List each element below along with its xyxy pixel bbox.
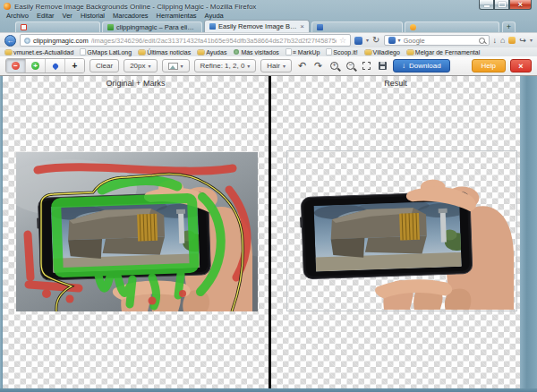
tab-bar: clippingmagic – Para eliminar el fond...… (0, 20, 537, 32)
fit-view-icon (362, 62, 371, 70)
eraser-drop-icon (51, 62, 58, 69)
bookmark-item[interactable]: vmunet.es-Actualidad (5, 49, 73, 55)
menu-historial[interactable]: Historial (81, 12, 105, 20)
menu-marcadores[interactable]: Marcadores (113, 12, 149, 20)
search-engine-icon[interactable] (388, 37, 396, 44)
search-input[interactable] (404, 37, 476, 45)
menu-ayuda[interactable]: Ayuda (205, 12, 224, 20)
search-icon[interactable] (479, 38, 485, 44)
tab-blue-site[interactable] (311, 21, 403, 32)
window-title: Easily Remove Image Backgrounds Online -… (14, 3, 256, 11)
redo-button[interactable]: ↷ (312, 59, 324, 72)
tab-close-icon[interactable]: × (300, 23, 304, 30)
share-icon[interactable]: ↪ (519, 36, 526, 45)
folder-icon (365, 50, 371, 55)
menu-bar: Archivo Editar Ver Historial Marcadores … (0, 12, 537, 20)
bookmark-item[interactable]: Villadiego (365, 49, 400, 55)
minimize-icon (484, 5, 490, 7)
tab-title: Easily Remove Image Backgrounds O... (218, 22, 297, 30)
menu-ver[interactable]: Ver (63, 12, 72, 20)
tab-orange-site[interactable] (405, 21, 499, 32)
zoom-out-button[interactable]: − (345, 59, 356, 72)
tab-clippingmagic-home[interactable]: clippingmagic – Para eliminar el fond... (102, 21, 202, 32)
url-domain: clippingmagic.com (33, 37, 89, 45)
clippingmagic-icon (209, 23, 216, 30)
pocket-badge-icon[interactable] (354, 37, 362, 45)
folder-icon (198, 50, 204, 55)
addon-icon[interactable] (508, 37, 516, 44)
bookmark-item[interactable]: ≡ MarkUp (286, 49, 320, 55)
download-button[interactable]: ↓ Download (393, 59, 450, 72)
window-controls: × (479, 0, 532, 10)
menu-herramientas[interactable]: Herramientas (157, 12, 197, 20)
folder-icon (407, 50, 413, 55)
keep-brush-button[interactable]: + (26, 59, 46, 72)
pan-tool-button[interactable]: + (65, 59, 84, 72)
original-panel[interactable]: Original + Marks (3, 76, 268, 388)
save-button[interactable] (377, 59, 388, 72)
brush-size-dropdown[interactable]: 20px▾ (124, 59, 157, 72)
tab-clippingmagic-editor[interactable]: Easily Remove Image Backgrounds O... × (204, 20, 310, 32)
minimize-button[interactable] (479, 0, 494, 10)
downloads-icon[interactable]: ↓ (493, 36, 498, 45)
maximize-button[interactable] (494, 0, 509, 10)
clear-button[interactable]: Clear (90, 59, 119, 72)
result-panel[interactable]: Result (271, 76, 520, 388)
folder-icon (5, 50, 12, 55)
refine-dropdown[interactable]: Refine: 1, 2, 0▾ (194, 59, 257, 72)
help-button[interactable]: Help (472, 59, 506, 72)
bookmark-item[interactable]: Melgar de Fernamental (407, 49, 480, 55)
search-engine-caret-icon[interactable]: ▾ (398, 38, 401, 43)
image-preview-icon (168, 63, 178, 70)
hair-dropdown[interactable]: Hair▾ (260, 59, 292, 72)
remove-brush-button[interactable]: − (6, 59, 26, 72)
history-icon (234, 49, 239, 55)
folder-icon (139, 50, 145, 55)
eraser-brush-button[interactable] (46, 59, 65, 72)
url-bar[interactable]: clippingmagic.com /images/3246296/edit/2… (20, 34, 351, 47)
close-editor-button[interactable]: × (510, 59, 532, 72)
reload-icon[interactable]: ↻ (372, 36, 379, 45)
chevron-down-icon[interactable]: ▾ (366, 38, 369, 43)
search-bar[interactable]: ▾ (384, 35, 490, 46)
editor-canvas: Original + Marks (0, 76, 537, 388)
bookmark-item[interactable]: GMaps LatLong (81, 49, 132, 55)
gmail-icon (21, 24, 27, 30)
menu-archivo[interactable]: Archivo (6, 12, 29, 20)
zoom-out-icon: − (346, 62, 354, 70)
bookmark-item[interactable]: Últimas noticias (139, 49, 191, 55)
original-photo[interactable] (16, 152, 258, 311)
window-border-right (520, 76, 537, 388)
close-icon: × (518, 1, 523, 9)
fit-view-button[interactable] (361, 59, 372, 72)
keep-brush-icon: + (31, 62, 39, 70)
preview-mode-dropdown[interactable]: ▾ (162, 59, 190, 72)
result-panel-title: Result (271, 79, 520, 88)
menu-editar[interactable]: Editar (37, 12, 55, 20)
navigation-bar: ← clippingmagic.com /images/3246296/edit… (0, 32, 537, 47)
bookmark-item[interactable]: Más visitados (234, 49, 278, 55)
tab-gmail[interactable] (15, 21, 100, 32)
brush-mode-group: − + + (5, 58, 85, 73)
close-window-button[interactable]: × (509, 0, 532, 10)
result-photo[interactable] (287, 151, 516, 311)
home-icon[interactable]: ⌂ (500, 36, 505, 45)
caret-down-icon: ▾ (247, 64, 250, 69)
zoom-in-button[interactable]: + (328, 59, 340, 72)
bookmark-item[interactable]: Ayudas (198, 49, 226, 55)
caret-down-icon: ▾ (283, 64, 286, 69)
bookmarks-bar: vmunet.es-Actualidad GMaps LatLong Últim… (0, 47, 537, 56)
new-tab-button[interactable]: + (502, 21, 516, 32)
undo-button[interactable]: ↶ (296, 59, 308, 72)
site-icon-orange (410, 24, 416, 30)
caret-down-icon: ▾ (148, 64, 150, 69)
bookmark-star-icon[interactable]: ☆ (339, 37, 346, 45)
url-path: /images/3246296/edit/2ac31371432fa41b65e… (91, 37, 337, 45)
remove-brush-icon: − (12, 62, 20, 70)
toolbar-overflow-caret-icon[interactable]: ▾ (530, 38, 533, 43)
bookmark-item[interactable]: Scoop.it! (327, 49, 357, 55)
maximize-icon (499, 2, 506, 7)
back-button[interactable]: ← (4, 35, 16, 47)
caret-down-icon: ▾ (181, 64, 183, 69)
result-photo-frame (286, 150, 517, 311)
